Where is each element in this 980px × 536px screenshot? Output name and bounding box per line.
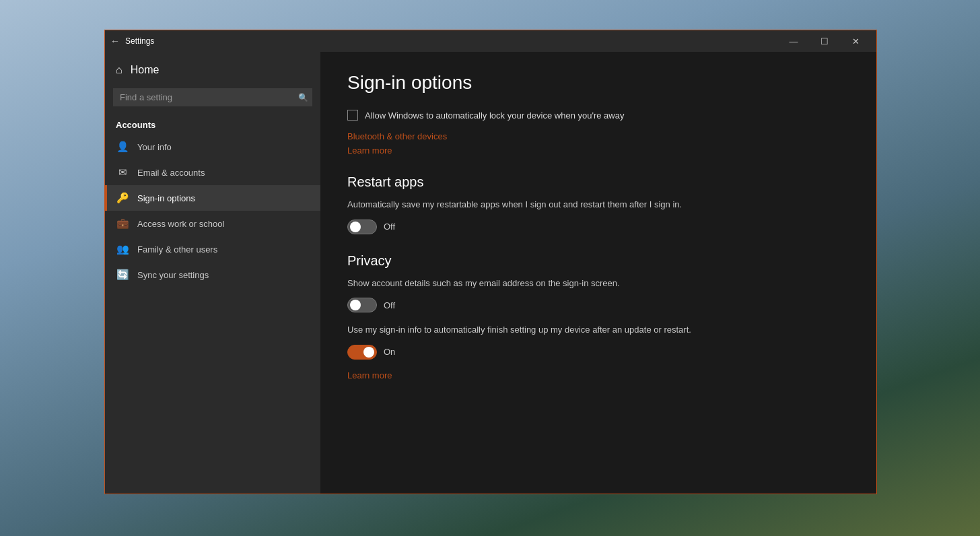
email-icon: ✉ (116, 166, 129, 178)
content-area: ⌂ Home 🔍 Accounts 👤 Your info ✉ Email & … (105, 52, 876, 494)
privacy-toggle1[interactable] (347, 298, 377, 312)
main-content: Sign-in options Allow Windows to automat… (320, 52, 876, 494)
sidebar-item-sync-settings[interactable]: 🔄 Sync your settings (105, 262, 320, 288)
window-title: Settings (125, 36, 778, 46)
search-container: 🔍 (113, 88, 312, 106)
learn-more-link-top[interactable]: Learn more (347, 145, 849, 156)
dynamic-lock-checkbox[interactable] (347, 110, 358, 121)
settings-window: ← Settings — ☐ ✕ ⌂ Home 🔍 Accounts 👤 You… (104, 30, 877, 494)
page-title: Sign-in options (347, 72, 849, 94)
back-button[interactable]: ← (110, 36, 120, 46)
sidebar-item-your-info[interactable]: 👤 Your info (105, 134, 320, 160)
restart-apps-toggle-row: Off (347, 220, 849, 234)
home-icon: ⌂ (116, 64, 123, 76)
email-accounts-label: Email & accounts (137, 168, 205, 178)
close-button[interactable]: ✕ (840, 30, 871, 52)
privacy-title: Privacy (347, 253, 849, 269)
restart-apps-desc: Automatically save my restartable apps w… (347, 198, 849, 211)
search-input[interactable] (113, 88, 312, 106)
minimize-button[interactable]: — (778, 30, 809, 52)
sidebar-item-access-work[interactable]: 💼 Access work or school (105, 211, 320, 236)
privacy-toggle2-label: On (384, 347, 395, 357)
sidebar-item-sign-in-options[interactable]: 🔑 Sign-in options (105, 185, 320, 211)
privacy-desc1: Show account details such as my email ad… (347, 277, 849, 290)
dynamic-lock-row: Allow Windows to automatically lock your… (347, 110, 849, 121)
access-work-icon: 💼 (116, 217, 129, 230)
sync-icon: 🔄 (116, 269, 129, 281)
privacy-desc2: Use my sign-in info to automatically fin… (347, 323, 849, 337)
sign-in-options-label: Sign-in options (137, 193, 195, 203)
restart-apps-toggle[interactable] (347, 220, 377, 234)
sign-in-icon: 🔑 (116, 192, 129, 204)
sidebar-home-button[interactable]: ⌂ Home (105, 57, 320, 83)
privacy-toggle2-row: On (347, 345, 849, 360)
home-label: Home (131, 64, 160, 76)
privacy-toggle2[interactable] (347, 345, 377, 360)
privacy-toggle1-label: Off (384, 300, 395, 310)
maximize-button[interactable]: ☐ (809, 30, 840, 52)
sync-settings-label: Sync your settings (137, 270, 209, 280)
family-users-label: Family & other users (137, 244, 217, 255)
your-info-icon: 👤 (116, 141, 129, 153)
access-work-label: Access work or school (137, 219, 224, 229)
titlebar: ← Settings — ☐ ✕ (105, 30, 876, 52)
restart-apps-toggle-label: Off (384, 222, 395, 232)
sidebar-item-family-users[interactable]: 👥 Family & other users (105, 236, 320, 262)
dynamic-lock-text: Allow Windows to automatically lock your… (365, 110, 624, 121)
sidebar: ⌂ Home 🔍 Accounts 👤 Your info ✉ Email & … (105, 52, 320, 494)
privacy-toggle1-row: Off (347, 298, 849, 312)
search-icon: 🔍 (298, 93, 308, 102)
your-info-label: Your info (137, 142, 172, 152)
sidebar-section-label: Accounts (105, 112, 320, 134)
window-controls: — ☐ ✕ (778, 30, 871, 52)
restart-apps-title: Restart apps (347, 174, 849, 190)
bluetooth-link[interactable]: Bluetooth & other devices (347, 131, 849, 141)
sidebar-item-email-accounts[interactable]: ✉ Email & accounts (105, 160, 320, 185)
family-icon: 👥 (116, 243, 129, 255)
learn-more-link-bottom[interactable]: Learn more (347, 370, 849, 380)
